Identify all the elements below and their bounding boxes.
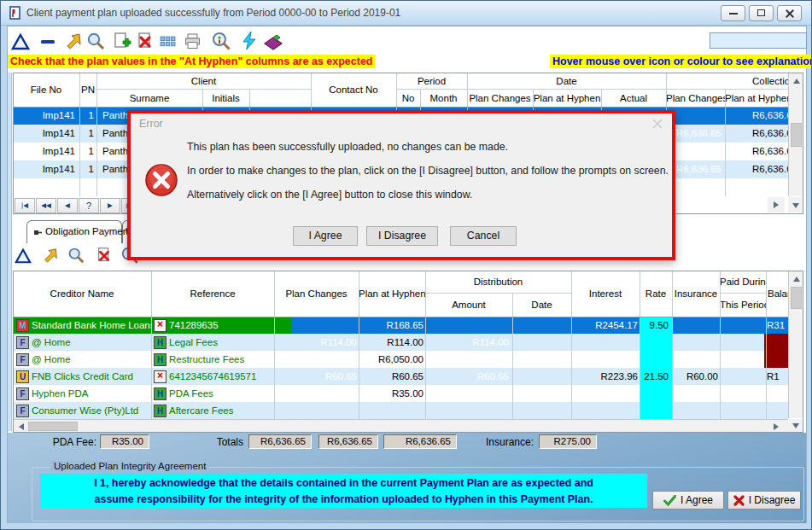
col-creditor-name[interactable]: Creditor Name (13, 271, 151, 317)
close-button[interactable] (777, 5, 802, 21)
col-surname[interactable]: Surname (96, 90, 202, 107)
tab-label: Obligation Payments (45, 226, 136, 236)
nav-prev-button[interactable]: ◀ (57, 198, 78, 213)
reference-type-icon: H (154, 336, 166, 349)
pda-fee-label: PDA Fee: (35, 436, 96, 448)
vscroll-down-arrow[interactable] (788, 197, 803, 213)
col-file-no[interactable]: File No (13, 73, 79, 107)
scrollbar-thumb[interactable] (791, 123, 802, 147)
col-dist-date[interactable]: Date (512, 294, 571, 317)
reference-type-icon: H (154, 405, 166, 417)
blocked-balance-cell (764, 334, 788, 351)
cursor-arrow-icon[interactable] (42, 247, 59, 264)
col-reference[interactable]: Reference (151, 271, 274, 317)
view-details-icon[interactable] (211, 31, 232, 52)
scrollbar-thumb[interactable] (791, 287, 802, 309)
col-plan-at-hyphen[interactable]: Plan at Hyphen (359, 271, 425, 317)
maximize-button[interactable] (749, 5, 774, 21)
col-this-period[interactable]: This Period (720, 294, 766, 317)
totals-label: Totals (204, 436, 243, 448)
scrollbar-thumb[interactable] (28, 422, 78, 431)
creditor-type-icon: U (16, 370, 29, 383)
col-plan-changes[interactable]: Plan Changes (274, 271, 359, 317)
delta-icon[interactable] (11, 32, 30, 51)
window-title: Client payment plan uploaded successfull… (26, 7, 400, 19)
nav-next-button[interactable]: ▶ (100, 198, 120, 213)
insurance-label: Insurance: (482, 436, 534, 448)
col-contact-no[interactable]: Contact No (311, 73, 396, 107)
plan-check-warning: Check that the plan values in the "At Hy… (8, 55, 375, 68)
dialog-close-icon[interactable] (651, 118, 665, 131)
agreement-line-2: assume responsibility for the integrity … (40, 492, 647, 507)
agreement-text-panel: I 1, hereby acknowledge that the details… (40, 474, 647, 508)
minimize-button[interactable] (721, 5, 745, 21)
nav-fast-prev-button[interactable]: ◀◀ (36, 198, 56, 213)
hover-hint: Hover mouse over icon or colour to see e… (550, 55, 812, 68)
quick-filter-input[interactable] (710, 32, 807, 49)
group-period: Period (396, 73, 467, 90)
dialog-agree-button[interactable]: I Agree (293, 226, 358, 246)
reference-status-icon: × (154, 370, 166, 383)
error-dialog: Error This plan has been successfully up… (127, 110, 675, 260)
col-coll-plan-at-hyphen[interactable]: Plan at Hyphen (725, 90, 788, 107)
col-pn[interactable]: PN (79, 73, 96, 107)
group-collection: Collection (752, 73, 788, 90)
book-icon[interactable] (262, 32, 284, 52)
group-client: Client (96, 73, 311, 90)
pda-fee-value: R35.00 (100, 434, 149, 449)
delta-icon[interactable] (15, 248, 32, 265)
col-initials[interactable]: Initials (202, 90, 249, 107)
rate-value: 21.50 (641, 368, 669, 385)
print-icon[interactable] (183, 32, 202, 51)
col-insurance[interactable]: Insurance (672, 271, 720, 317)
dialog-disagree-button[interactable]: I Disagree (366, 226, 438, 246)
vertical-scrollbar[interactable] (788, 271, 803, 418)
app-window: Client payment plan uploaded successfull… (0, 0, 812, 530)
title-bar: Client payment plan uploaded successfull… (1, 1, 812, 26)
col-date-plan-at-hyphen[interactable]: Plan at Hyphen (533, 90, 601, 107)
total-plan-at-hyphen: R6,636.65 (318, 434, 378, 449)
col-date-plan-changes[interactable]: Plan Changes (467, 90, 533, 107)
dialog-message-3: Alternatively click on the [I Agree] but… (187, 189, 675, 201)
col-date-actual[interactable]: Actual (601, 90, 666, 107)
vscroll-down-arrow[interactable] (788, 419, 803, 432)
tab-obligation-payments[interactable]: Obligation Payments (26, 220, 122, 243)
app-icon (9, 6, 22, 20)
creditor-type-icon: M (16, 319, 29, 332)
creditor-type-icon: F (16, 405, 29, 417)
col-coll-plan-changes[interactable]: Plan Changes (666, 90, 725, 107)
agree-button[interactable]: I Agree (652, 491, 724, 510)
group-distribution: Distribution (425, 271, 571, 294)
lightning-icon[interactable] (240, 31, 259, 51)
creditor-type-icon: F (16, 336, 29, 349)
group-date: Date (467, 73, 666, 90)
hscroll-right-arrow[interactable] (768, 197, 785, 213)
col-dist-amount[interactable]: Amount (425, 294, 512, 317)
delete-document-icon[interactable] (95, 246, 114, 265)
add-document-icon[interactable] (112, 31, 132, 51)
blocked-balance-cell (764, 351, 788, 368)
minus-icon[interactable] (38, 32, 57, 51)
nav-help-button[interactable]: ? (79, 198, 99, 213)
cursor-arrow-icon[interactable] (64, 32, 83, 50)
reference-status-icon: × (154, 319, 166, 332)
col-period-no[interactable]: No (396, 90, 420, 107)
left-splitter[interactable] (8, 73, 12, 431)
zoom-icon[interactable] (86, 32, 106, 51)
error-icon (144, 163, 178, 197)
dialog-cancel-button[interactable]: Cancel (450, 226, 517, 246)
reference-type-icon: H (154, 353, 166, 366)
delete-document-icon[interactable] (135, 31, 155, 51)
horizontal-scrollbar[interactable] (14, 419, 788, 432)
col-interest[interactable]: Interest (571, 271, 640, 317)
nav-first-button[interactable]: |◀ (15, 198, 35, 213)
col-rate[interactable]: Rate (640, 271, 672, 317)
col-balance[interactable]: Balance (768, 271, 788, 317)
total-plan-changes: R6,636.65 (248, 434, 312, 449)
zoom-icon[interactable] (67, 247, 85, 265)
disagree-button[interactable]: I Disagree (727, 491, 801, 510)
grid-icon[interactable] (159, 32, 178, 51)
vertical-scrollbar[interactable] (788, 73, 803, 196)
col-period-month[interactable]: Month (420, 90, 467, 107)
col-paid-during[interactable]: Paid During (720, 271, 766, 294)
